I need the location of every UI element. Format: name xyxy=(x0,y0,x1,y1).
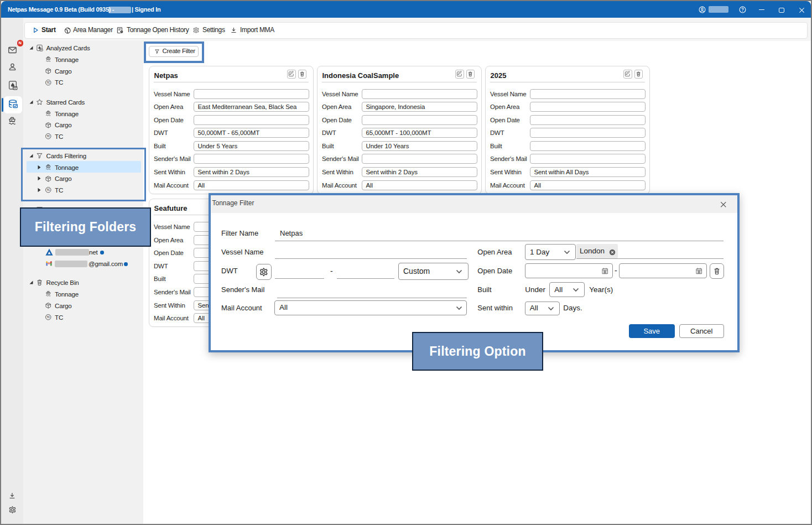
svg-text:TC: TC xyxy=(46,135,50,138)
svg-text:TC: TC xyxy=(46,316,50,319)
svg-text:TC: TC xyxy=(46,81,50,84)
